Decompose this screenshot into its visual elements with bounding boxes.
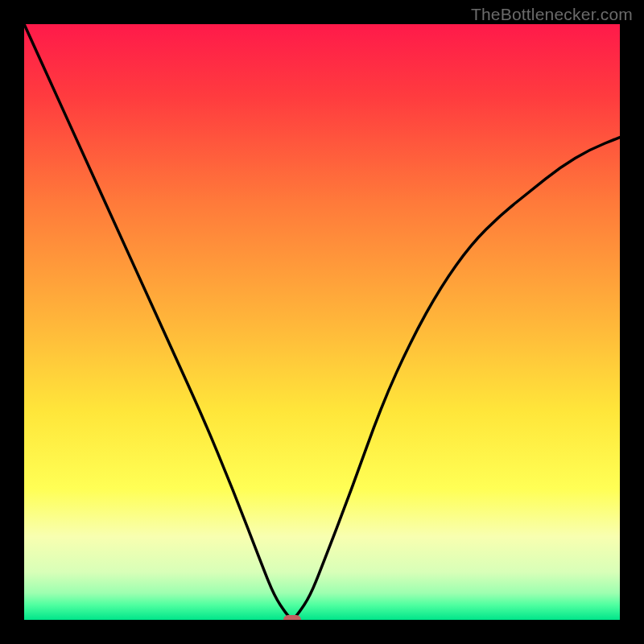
curve-layer: [24, 24, 620, 620]
bottleneck-curve: [24, 24, 620, 618]
plot-area: [24, 24, 620, 620]
watermark-text: TheBottlenecker.com: [471, 5, 633, 24]
chart-frame: TheBottlenecker.com: [0, 0, 644, 644]
optimum-marker: [283, 615, 301, 620]
